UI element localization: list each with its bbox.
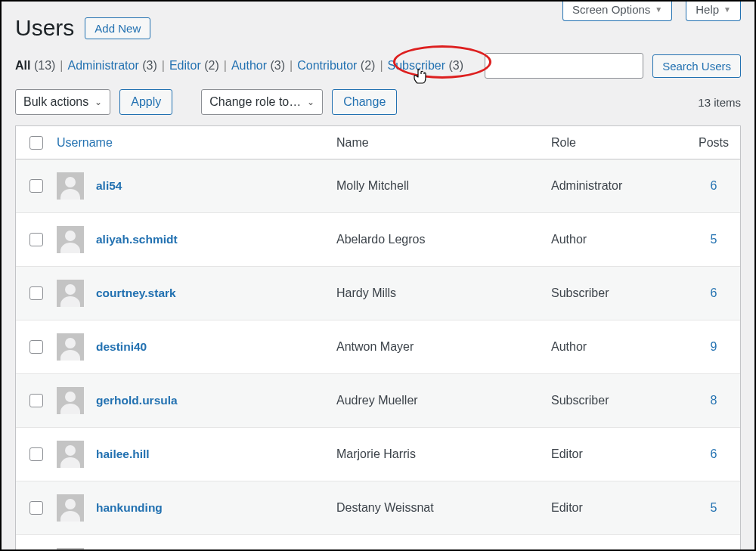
username-link[interactable]: courtney.stark <box>96 286 176 300</box>
chevron-down-icon: ⌄ <box>307 97 314 107</box>
avatar <box>57 387 84 414</box>
avatar <box>57 280 84 307</box>
table-row: courtney.starkHardy MillsSubscriber6 <box>16 267 740 320</box>
filter-all[interactable]: All (13) <box>15 59 55 73</box>
username-link[interactable]: gerhold.ursula <box>96 394 178 407</box>
role-cell: Subscriber <box>551 286 687 300</box>
table-row: hankundingDestany WeissnatEditor5 <box>16 481 740 535</box>
role-filter-list: All (13) | Administrator (3) | Editor (2… <box>15 59 463 73</box>
table-row: hailee.hillMarjorie HarrisEditor6 <box>16 428 740 481</box>
help-button[interactable]: Help ▼ <box>686 0 741 21</box>
name-cell: Destany Weissnat <box>336 501 551 515</box>
filter-author-link[interactable]: Author <box>231 59 267 72</box>
filter-contributor[interactable]: Contributor (2) <box>297 59 375 73</box>
role-cell: Subscriber <box>551 394 687 407</box>
username-link[interactable]: hailee.hill <box>96 447 150 461</box>
separator: | <box>60 59 63 73</box>
col-role: Role <box>551 136 687 150</box>
help-label: Help <box>696 3 719 16</box>
col-name: Name <box>336 136 551 150</box>
posts-link[interactable]: 8 <box>711 394 717 407</box>
filter-all-label: All <box>15 59 30 72</box>
filter-author[interactable]: Author (3) <box>231 59 285 73</box>
separator: | <box>290 59 293 73</box>
filter-administrator-count: (3) <box>142 59 157 72</box>
col-posts: Posts <box>687 136 740 150</box>
select-all-checkbox[interactable] <box>29 136 43 150</box>
col-username[interactable]: Username <box>57 136 336 150</box>
avatar <box>57 441 84 468</box>
table-row: destini40Antwon MayerAuthor9 <box>16 320 740 374</box>
posts-link[interactable]: 5 <box>711 233 717 246</box>
filter-administrator-link[interactable]: Administrator <box>68 59 139 72</box>
table-row: gerhold.ursulaAudrey MuellerSubscriber8 <box>16 374 740 428</box>
change-button[interactable]: Change <box>332 89 397 115</box>
bulk-actions-label: Bulk actions <box>23 95 88 109</box>
change-role-label: Change role to… <box>209 95 301 109</box>
role-cell: Administrator <box>551 179 687 193</box>
users-table: Username Name Role Posts ali54Molly Mitc… <box>15 125 741 551</box>
role-cell: Author <box>551 340 687 354</box>
page-title: Users <box>15 15 74 41</box>
avatar <box>57 226 84 253</box>
search-input[interactable] <box>485 53 643 79</box>
filter-contributor-link[interactable]: Contributor <box>297 59 357 72</box>
username-link[interactable]: destini40 <box>96 340 147 354</box>
name-cell: Abelardo Legros <box>336 233 551 246</box>
role-cell: Author <box>551 233 687 246</box>
filter-contributor-count: (2) <box>361 59 376 72</box>
row-checkbox[interactable] <box>29 394 43 407</box>
name-cell: Marjorie Harris <box>336 447 551 461</box>
posts-link[interactable]: 5 <box>711 501 717 514</box>
triangle-down-icon: ▼ <box>723 5 731 14</box>
items-count: 13 items <box>698 96 741 109</box>
apply-button[interactable]: Apply <box>119 89 172 115</box>
chevron-down-icon: ⌄ <box>94 97 102 107</box>
row-checkbox[interactable] <box>29 286 43 300</box>
avatar <box>57 548 84 551</box>
username-link[interactable]: hankunding <box>96 501 163 515</box>
separator: | <box>380 59 383 73</box>
username-link[interactable]: ali54 <box>96 179 122 193</box>
screen-options-label: Screen Options <box>572 3 650 16</box>
bulk-actions-select[interactable]: Bulk actions ⌄ <box>15 89 110 115</box>
row-checkbox[interactable] <box>29 447 43 461</box>
change-role-select[interactable]: Change role to… ⌄ <box>201 89 323 115</box>
avatar <box>57 333 84 361</box>
avatar <box>57 172 84 200</box>
role-cell: Editor <box>551 447 687 461</box>
table-row: kali.roweKarson LubowitzSubscriber5 <box>16 535 740 551</box>
posts-link[interactable]: 6 <box>711 286 717 299</box>
posts-link[interactable]: 6 <box>711 447 717 460</box>
filter-author-count: (3) <box>271 59 286 72</box>
name-cell: Antwon Mayer <box>336 340 551 354</box>
triangle-down-icon: ▼ <box>655 5 662 14</box>
table-row: aliyah.schmidtAbelardo LegrosAuthor5 <box>16 213 740 267</box>
name-cell: Hardy Mills <box>336 286 551 300</box>
posts-link[interactable]: 9 <box>711 340 717 353</box>
row-checkbox[interactable] <box>29 340 43 354</box>
separator: | <box>162 59 165 73</box>
row-checkbox[interactable] <box>29 501 43 515</box>
table-header: Username Name Role Posts <box>16 126 740 159</box>
filter-administrator[interactable]: Administrator (3) <box>68 59 157 73</box>
filter-subscriber[interactable]: Subscriber (3) <box>388 59 464 73</box>
filter-editor-link[interactable]: Editor <box>169 59 201 72</box>
row-checkbox[interactable] <box>29 233 43 246</box>
filter-editor[interactable]: Editor (2) <box>169 59 219 73</box>
filter-subscriber-count: (3) <box>448 59 463 72</box>
table-row: ali54Molly MitchellAdministrator6 <box>16 159 740 213</box>
separator: | <box>224 59 227 73</box>
add-new-button[interactable]: Add New <box>85 17 150 39</box>
filter-editor-count: (2) <box>204 59 219 72</box>
screen-options-button[interactable]: Screen Options ▼ <box>562 0 672 21</box>
search-users-button[interactable]: Search Users <box>652 54 741 78</box>
role-cell: Editor <box>551 501 687 515</box>
posts-link[interactable]: 6 <box>711 179 717 192</box>
filter-subscriber-link[interactable]: Subscriber <box>388 59 445 72</box>
avatar <box>57 494 84 522</box>
name-cell: Molly Mitchell <box>336 179 551 193</box>
row-checkbox[interactable] <box>29 179 43 193</box>
username-link[interactable]: aliyah.schmidt <box>96 233 178 246</box>
filter-all-count: (13) <box>34 59 55 72</box>
